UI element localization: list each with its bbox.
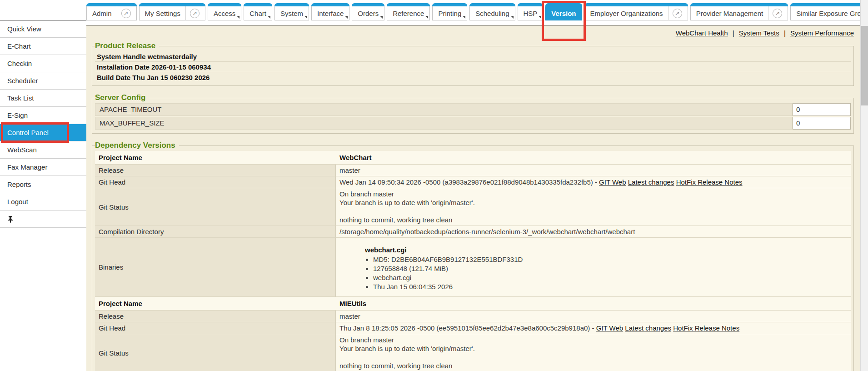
- sidebar-item-label: WebScan: [7, 146, 37, 154]
- release-value: master: [336, 311, 851, 322]
- dropdown-caret-icon: Reference: [387, 6, 429, 20]
- sidebar-item-task-list[interactable]: Task List: [0, 90, 86, 107]
- external-link-segment[interactable]: ↗: [185, 6, 200, 20]
- hotfix-release-notes-link[interactable]: HotFix Release Notes: [676, 178, 743, 186]
- binary-filename: webchart.cgi: [373, 273, 847, 282]
- external-link-icon: ↗: [773, 9, 782, 18]
- tab-top-strip: [274, 3, 309, 6]
- git-status-label: Git Status: [95, 334, 336, 371]
- scrollbar-thumb[interactable]: [861, 26, 868, 105]
- tab-top-strip: [387, 3, 430, 6]
- tab-top-strip: [469, 3, 515, 6]
- tab-label: Reference: [393, 10, 424, 17]
- tab-hsp[interactable]: HSP: [518, 4, 544, 20]
- tab-label: Access: [214, 10, 235, 17]
- sidebar-item-label: Scheduler: [7, 77, 38, 85]
- tab-interface[interactable]: Interface: [311, 4, 349, 20]
- tab-label: Scheduling: [475, 10, 509, 17]
- server-config-title: Server Config: [95, 93, 149, 102]
- sidebar-item-reports[interactable]: Reports: [0, 176, 86, 193]
- release-label: Release: [95, 165, 336, 176]
- dropdown-caret-icon: Printing: [433, 6, 467, 20]
- vertical-scrollbar[interactable]: [860, 0, 868, 371]
- git-status-line: nothing to commit, working tree clean: [339, 361, 847, 370]
- git-head-value: Thu Jan 8 18:25:05 2026 -0500 (ee5951015…: [336, 322, 851, 334]
- link-webchart-health[interactable]: WebChart Health: [676, 29, 728, 37]
- link-separator: |: [781, 29, 788, 37]
- release-label: Release: [95, 311, 336, 322]
- tab-label: Employer Organizations: [590, 10, 663, 17]
- git-web-link[interactable]: GIT Web: [596, 324, 623, 332]
- sidebar-nav: Quick View E-Chart Checkin Scheduler Tas…: [0, 20, 86, 228]
- tab-top-strip: [432, 3, 467, 6]
- git-web-link[interactable]: GIT Web: [599, 178, 626, 186]
- link-separator: |: [730, 29, 737, 37]
- tab-top-strip: [208, 3, 241, 6]
- sidebar-item-label: Quick View: [7, 25, 41, 33]
- tab-reference[interactable]: Reference: [387, 4, 430, 20]
- binaries-label: Binaries: [95, 238, 336, 297]
- sidebar-item-logout[interactable]: Logout: [0, 193, 86, 211]
- dropdown-caret-icon: Scheduling: [470, 6, 514, 20]
- external-link-segment[interactable]: ↗: [768, 6, 782, 20]
- tab-admin[interactable]: Admin ↗: [86, 4, 137, 20]
- git-status-value: On branch master Your branch is up to da…: [336, 334, 851, 371]
- binary-md5: MD5: D2BE6B04AF6B9B9127132E551BDF331D: [373, 255, 847, 264]
- tab-access[interactable]: Access: [208, 4, 241, 20]
- tab-top-strip: [244, 3, 272, 6]
- binary-title: webchart.cgi: [365, 246, 847, 254]
- header-links: WebChart Health | System Tests | System …: [92, 29, 854, 37]
- tab-system[interactable]: System: [274, 4, 309, 20]
- external-link-segment[interactable]: ↗: [117, 6, 131, 20]
- tab-top-strip: [690, 3, 788, 6]
- config-value-field[interactable]: 0: [793, 117, 851, 130]
- sidebar-item-webscan[interactable]: WebScan: [0, 141, 86, 159]
- sidebar-item-scheduler[interactable]: Scheduler: [0, 72, 86, 90]
- link-system-tests[interactable]: System Tests: [739, 29, 779, 37]
- tab-printing[interactable]: Printing: [432, 4, 467, 20]
- latest-changes-link[interactable]: Latest changes: [625, 324, 671, 332]
- dropdown-caret-icon: Interface: [312, 6, 349, 20]
- tab-chart[interactable]: Chart: [244, 4, 272, 20]
- project-name-header: Project Name: [95, 297, 336, 311]
- config-row: APACHE_TIMEOUT 0: [95, 103, 851, 116]
- sidebar-item-label: E-Chart: [7, 42, 31, 50]
- tab-top-strip: [790, 3, 868, 6]
- tab-employer-organizations[interactable]: Employer Organizations ↗: [584, 4, 688, 20]
- project-name-value: MIEUtils: [336, 297, 851, 311]
- git-status-line: Your branch is up to date with 'origin/m…: [339, 344, 847, 353]
- sidebar-item-e-sign[interactable]: E-Sign: [0, 107, 86, 124]
- latest-changes-link[interactable]: Latest changes: [628, 178, 674, 186]
- dependency-versions-title: Dependency Versions: [95, 141, 179, 150]
- external-link-segment[interactable]: ↗: [668, 6, 682, 20]
- installation-date-row: Installation Date 2026-01-15 060934: [95, 62, 851, 72]
- hotfix-release-notes-link[interactable]: HotFix Release Notes: [673, 324, 739, 332]
- tab-top-strip: [518, 3, 544, 6]
- build-date-row: Build Date Thu Jan 15 060230 2026: [95, 72, 851, 83]
- tab-top-strip: [86, 3, 137, 6]
- compilation-directory-label: Compilation Directory: [95, 226, 336, 238]
- project-name-header: Project Name: [95, 151, 336, 165]
- tab-version[interactable]: Version: [545, 4, 582, 20]
- sidebar-item-e-chart[interactable]: E-Chart: [0, 38, 86, 55]
- config-value-field[interactable]: 0: [793, 103, 851, 116]
- tab-similar-exposure-groups[interactable]: Similar Exposure Groups (SEGs) ↗: [790, 4, 868, 20]
- sidebar-item-checkin[interactable]: Checkin: [0, 55, 86, 72]
- external-link-icon: ↗: [190, 9, 200, 18]
- sidebar-item-fax-manager[interactable]: Fax Manager: [0, 159, 86, 176]
- tab-orders[interactable]: Orders: [352, 4, 384, 20]
- sidebar-item-control-panel[interactable]: Control Panel: [0, 124, 86, 141]
- git-head-value: Wed Jan 14 09:50:34 2026 -0500 (a3983a29…: [336, 176, 851, 188]
- tab-scheduling[interactable]: Scheduling: [469, 4, 515, 20]
- tab-my-settings[interactable]: My Settings ↗: [139, 4, 205, 20]
- git-status-line: nothing to commit, working tree clean: [339, 216, 847, 224]
- sidebar-item-label: Fax Manager: [7, 163, 47, 171]
- link-system-performance[interactable]: System Performance: [790, 29, 854, 37]
- compilation-directory-value: /storage/home/quality/notbackedup/action…: [336, 226, 851, 238]
- dependency-table: Project Name WebChart Release master Git…: [95, 151, 851, 371]
- sidebar-pin-toggle[interactable]: [0, 211, 86, 228]
- sidebar-item-quick-view[interactable]: Quick View: [0, 20, 86, 38]
- tab-label: Provider Management: [696, 10, 763, 17]
- annotation-box-control-panel: [1, 122, 69, 143]
- tab-provider-management[interactable]: Provider Management ↗: [690, 4, 788, 20]
